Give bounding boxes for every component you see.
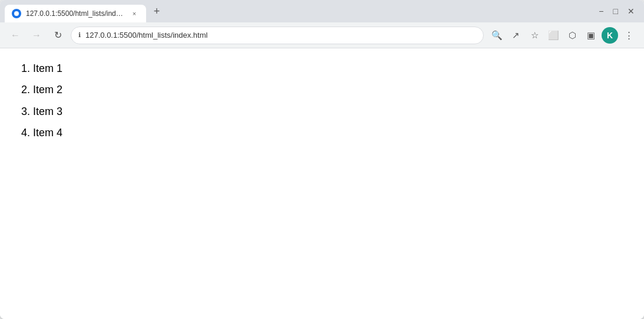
page-content: Item 1Item 2Item 3Item 4	[0, 48, 644, 319]
url-text: 127.0.0.1:5500/html_lists/index.html	[85, 31, 476, 40]
extensions-icon[interactable]: ⬡	[564, 27, 580, 44]
window-maximize-button[interactable]: □	[613, 6, 618, 16]
ordered-list: Item 1Item 2Item 3Item 4	[33, 58, 635, 144]
new-tab-button[interactable]: +	[148, 3, 165, 19]
lock-icon: ℹ	[78, 31, 81, 39]
browser-window: 127.0.0.1:5500/html_lists/index. × + − □…	[0, 0, 644, 319]
forward-button[interactable]: →	[28, 27, 45, 44]
profile-button[interactable]: K	[602, 27, 618, 44]
title-bar: 127.0.0.1:5500/html_lists/index. × + − □…	[0, 0, 644, 22]
menu-icon[interactable]: ⋮	[620, 27, 637, 44]
toolbar: ← → ↻ ℹ 127.0.0.1:5500/html_lists/index.…	[0, 22, 644, 48]
window-controls: − □ ✕	[599, 6, 639, 16]
screenshot-icon[interactable]: ⬜	[545, 27, 562, 44]
window-minimize-button[interactable]: −	[599, 6, 603, 16]
list-item: Item 3	[33, 101, 635, 122]
list-item: Item 2	[33, 79, 635, 100]
list-item: Item 1	[33, 58, 635, 79]
window-close-button[interactable]: ✕	[628, 6, 635, 16]
tab-close-button[interactable]: ×	[130, 9, 139, 18]
tab-title: 127.0.0.1:5500/html_lists/index.	[26, 9, 125, 18]
sidebar-icon[interactable]: ▣	[583, 27, 599, 44]
share-icon[interactable]: ↗	[507, 27, 524, 44]
bookmark-icon[interactable]: ☆	[526, 27, 543, 44]
toolbar-icons: 🔍 ↗ ☆ ⬜ ⬡ ▣ K ⋮	[488, 27, 637, 44]
tab-favicon-icon	[12, 9, 21, 18]
back-button[interactable]: ←	[7, 27, 24, 44]
active-tab[interactable]: 127.0.0.1:5500/html_lists/index. ×	[5, 5, 146, 22]
tab-bar: 127.0.0.1:5500/html_lists/index. × +	[5, 0, 165, 22]
address-bar[interactable]: ℹ 127.0.0.1:5500/html_lists/index.html	[71, 27, 484, 44]
search-icon[interactable]: 🔍	[488, 27, 505, 44]
list-item: Item 4	[33, 122, 635, 143]
reload-button[interactable]: ↻	[49, 27, 66, 44]
